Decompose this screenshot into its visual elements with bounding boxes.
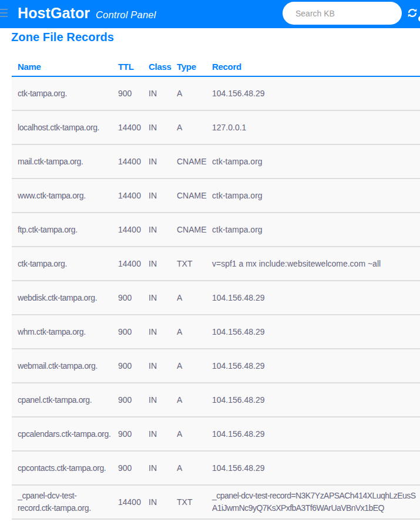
cell-type: CNAME [171, 179, 206, 213]
cell-type: CNAME [171, 144, 206, 179]
table-row: whm.ctk-tampa.org.900INA104.156.48.29 [12, 315, 420, 349]
cell-type: TXT [171, 485, 206, 519]
cell-class: IN [143, 417, 171, 451]
col-header-type: Type [171, 61, 206, 76]
cell-name: ctk-tampa.org. [12, 247, 112, 281]
cell-ttl: 14400 [112, 179, 143, 213]
cell-name: localhost.ctk-tampa.org. [12, 110, 112, 144]
table-row: ftp.ctk-tampa.org.14400INCNAMEctk-tampa.… [12, 213, 420, 247]
cell-record: 104.156.48.29 [206, 281, 420, 315]
cell-name: mail.ctk-tampa.org. [12, 144, 112, 179]
cell-type: A [171, 349, 206, 383]
table-row: webdisk.ctk-tampa.org.900INA104.156.48.2… [12, 281, 420, 315]
table-row: webmail.ctk-tampa.org.900INA104.156.48.2… [12, 349, 420, 383]
top-navbar: HostGator Control Panel [0, 0, 420, 28]
table-row: ctk-tampa.org.14400INTXTv=spf1 a mx incl… [12, 247, 420, 281]
cell-type: CNAME [171, 213, 206, 247]
cell-record: _cpanel-dcv-test-record=N3K7YzAPSACh414X… [206, 485, 420, 519]
table-row: cpanel.ctk-tampa.org.900INA104.156.48.29 [12, 383, 420, 417]
col-header-ttl: TTL [112, 61, 143, 76]
cell-ttl: 900 [112, 315, 143, 349]
brand-suffix: Control Panel [96, 8, 156, 21]
cell-ttl: 900 [112, 281, 143, 315]
cell-ttl: 14400 [112, 110, 143, 144]
cell-class: IN [143, 247, 171, 281]
cell-record: 104.156.48.29 [206, 417, 420, 451]
hamburger-menu-icon[interactable] [0, 9, 8, 19]
search-input[interactable] [283, 2, 402, 25]
table-row: mail.ctk-tampa.org.14400INCNAMEctk-tampa… [12, 144, 420, 179]
table-row: localhost.ctk-tampa.org.14400INA127.0.0.… [12, 110, 420, 144]
cell-ttl: 900 [112, 417, 143, 451]
cell-record: 104.156.48.29 [206, 383, 420, 417]
zone-records-table: Name TTL Class Type Record ctk-tampa.org… [12, 61, 420, 520]
cell-class: IN [143, 179, 171, 213]
table-row: ctk-tampa.org.900INA104.156.48.29 [12, 76, 420, 110]
brand-logo[interactable]: HostGator [18, 5, 90, 22]
cell-record: 104.156.48.29 [206, 315, 420, 349]
cell-record: 127.0.0.1 [206, 110, 420, 144]
cell-class: IN [143, 315, 171, 349]
cell-record: 104.156.48.29 [206, 451, 420, 485]
table-header-row: Name TTL Class Type Record [12, 61, 420, 76]
cell-record: ctk-tampa.org [206, 179, 420, 213]
cell-type: A [171, 281, 206, 315]
col-header-record: Record [206, 61, 420, 76]
cell-name: cpanel.ctk-tampa.org. [12, 383, 112, 417]
cell-record: 104.156.48.29 [206, 349, 420, 383]
cell-class: IN [143, 485, 171, 519]
table-row: _cpanel-dcv-test-record.ctk-tampa.org.14… [12, 485, 420, 519]
cell-record: 104.156.48.29 [206, 76, 420, 110]
cell-class: IN [143, 76, 171, 110]
page-title: Zone File Records [11, 30, 420, 44]
table-row: cpcalendars.ctk-tampa.org.900INA104.156.… [12, 417, 420, 451]
col-header-class: Class [143, 61, 171, 76]
cell-ttl: 14400 [112, 485, 143, 519]
table-row: www.ctk-tampa.org.14400INCNAMEctk-tampa.… [12, 179, 420, 213]
cell-name: ctk-tampa.org. [12, 76, 112, 110]
cell-ttl: 900 [112, 76, 143, 110]
cell-type: A [171, 383, 206, 417]
cell-name: webmail.ctk-tampa.org. [12, 349, 112, 383]
cell-record: ctk-tampa.org [206, 213, 420, 247]
cell-ttl: 900 [112, 451, 143, 485]
cell-record: ctk-tampa.org [206, 144, 420, 179]
cell-name: cpcalendars.ctk-tampa.org. [12, 417, 112, 451]
cell-class: IN [143, 451, 171, 485]
cell-record: v=spf1 a mx include:websitewelcome.com ~… [206, 247, 420, 281]
content-area: Zone File Records Name TTL Class Type Re… [0, 30, 420, 520]
table-row: cpcontacts.ctk-tampa.org.900INA104.156.4… [12, 451, 420, 485]
cell-class: IN [143, 110, 171, 144]
cell-class: IN [143, 349, 171, 383]
cell-ttl: 14400 [112, 213, 143, 247]
cell-type: A [171, 451, 206, 485]
col-header-name: Name [12, 61, 112, 76]
cell-ttl: 900 [112, 349, 143, 383]
cell-ttl: 14400 [112, 247, 143, 281]
refresh-icon[interactable] [407, 8, 418, 18]
cell-name: cpcontacts.ctk-tampa.org. [12, 451, 112, 485]
cell-name: ftp.ctk-tampa.org. [12, 213, 112, 247]
cell-type: A [171, 315, 206, 349]
cell-type: A [171, 76, 206, 110]
cell-name: _cpanel-dcv-test-record.ctk-tampa.org. [12, 485, 112, 519]
cell-name: whm.ctk-tampa.org. [12, 315, 112, 349]
cell-name: www.ctk-tampa.org. [12, 179, 112, 213]
zone-table-body: ctk-tampa.org.900INA104.156.48.29localho… [12, 76, 420, 519]
cell-type: TXT [171, 247, 206, 281]
cell-class: IN [143, 213, 171, 247]
cell-class: IN [143, 281, 171, 315]
cell-type: A [171, 417, 206, 451]
cell-class: IN [143, 144, 171, 179]
cell-ttl: 900 [112, 383, 143, 417]
cell-type: A [171, 110, 206, 144]
cell-ttl: 14400 [112, 144, 143, 179]
cell-name: webdisk.ctk-tampa.org. [12, 281, 112, 315]
cell-class: IN [143, 383, 171, 417]
